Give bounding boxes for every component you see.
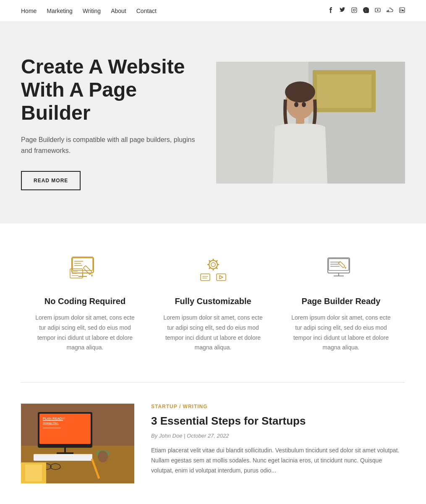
nav-links: Home Marketing Writing About Contact — [21, 8, 157, 14]
instagram-icon[interactable] — [351, 7, 357, 15]
facebook-icon[interactable] — [328, 7, 334, 15]
post-meta-1: By John Doe | October 27, 2022 — [151, 433, 405, 439]
svg-line-40 — [209, 268, 210, 269]
post-excerpt-1: Etiam placerat velit vitae dui blandit s… — [151, 446, 405, 475]
nav-home[interactable]: Home — [21, 8, 37, 14]
feature-no-coding-title: No Coding Required — [35, 297, 136, 306]
svg-rect-44 — [217, 274, 226, 281]
svg-marker-52 — [345, 267, 346, 269]
svg-rect-66 — [34, 454, 92, 461]
twitter-icon[interactable] — [340, 7, 345, 15]
linkedin-icon[interactable] — [399, 7, 405, 15]
svg-text:Strategy Plan: Strategy Plan — [43, 422, 58, 424]
svg-rect-51 — [338, 261, 345, 268]
hero-section: Create A Website With A Page Builder Pag… — [0, 22, 426, 223]
customizable-icon — [163, 253, 264, 286]
nav-contact[interactable]: Contact — [136, 8, 157, 14]
page-builder-icon — [291, 253, 392, 286]
svg-point-2 — [355, 8, 356, 8]
social-icons — [328, 7, 405, 15]
post-date-1: October 27, 2022 — [187, 433, 229, 439]
blog-posts-section: PLAN READY! Strategy Plan — [0, 383, 426, 504]
post-image-1: PLAN READY! Strategy Plan — [21, 404, 134, 483]
feature-no-coding-desc: Lorem ipsum dolor sit amet, cons ecte tu… — [35, 313, 136, 353]
post-card-1: PLAN READY! Strategy Plan — [21, 404, 405, 483]
no-coding-icon — [35, 253, 136, 286]
svg-line-39 — [216, 260, 217, 262]
svg-point-1 — [353, 9, 355, 11]
post-author-label: By — [151, 433, 159, 439]
svg-rect-0 — [352, 8, 357, 13]
post-categories-1: STARTUP / WRITING — [151, 404, 405, 410]
pinterest-icon[interactable] — [363, 7, 369, 15]
svg-marker-45 — [220, 276, 223, 279]
hero-text: Create A Website With A Page Builder Pag… — [21, 55, 199, 191]
nav-marketing[interactable]: Marketing — [47, 8, 72, 14]
soundcloud-icon[interactable] — [387, 7, 393, 15]
svg-line-37 — [209, 260, 210, 262]
svg-point-32 — [211, 262, 215, 267]
hero-title: Create A Website With A Page Builder — [21, 55, 199, 125]
feature-page-builder: Page Builder Ready Lorem ipsum dolor sit… — [282, 253, 400, 353]
svg-rect-47 — [329, 259, 349, 270]
svg-line-38 — [216, 268, 217, 269]
feature-no-coding: No Coding Required Lorem ipsum dolor sit… — [26, 253, 144, 353]
svg-marker-4 — [377, 9, 379, 11]
feature-page-builder-title: Page Builder Ready — [291, 297, 392, 306]
feature-customizable: Fully Customizable Lorem ipsum dolor sit… — [154, 253, 272, 353]
svg-marker-24 — [91, 275, 93, 277]
hero-description: Page Builderly is compatible with all pa… — [21, 134, 199, 156]
svg-rect-73 — [25, 465, 42, 481]
svg-point-68 — [98, 451, 108, 462]
nav-about[interactable]: About — [111, 8, 126, 14]
nav-writing[interactable]: Writing — [83, 8, 101, 14]
navigation: Home Marketing Writing About Contact — [0, 0, 426, 22]
youtube-icon[interactable] — [375, 7, 381, 15]
post-content-1: STARTUP / WRITING 3 Essential Steps for … — [151, 404, 405, 476]
post-author-1: John Doe — [159, 433, 183, 439]
feature-customizable-title: Fully Customizable — [163, 297, 264, 306]
svg-text:PLAN READY!: PLAN READY! — [43, 417, 65, 420]
svg-rect-17 — [216, 62, 405, 184]
feature-customizable-desc: Lorem ipsum dolor sit amet, cons ecte tu… — [163, 313, 264, 353]
post-title-1: 3 Essential Steps for Startups — [151, 415, 405, 428]
hero-read-more-button[interactable]: READ MORE — [21, 171, 81, 190]
hero-image — [216, 62, 405, 184]
feature-page-builder-desc: Lorem ipsum dolor sit amet, cons ecte tu… — [291, 313, 392, 353]
svg-rect-41 — [201, 274, 210, 281]
features-section: No Coding Required Lorem ipsum dolor sit… — [0, 223, 426, 382]
